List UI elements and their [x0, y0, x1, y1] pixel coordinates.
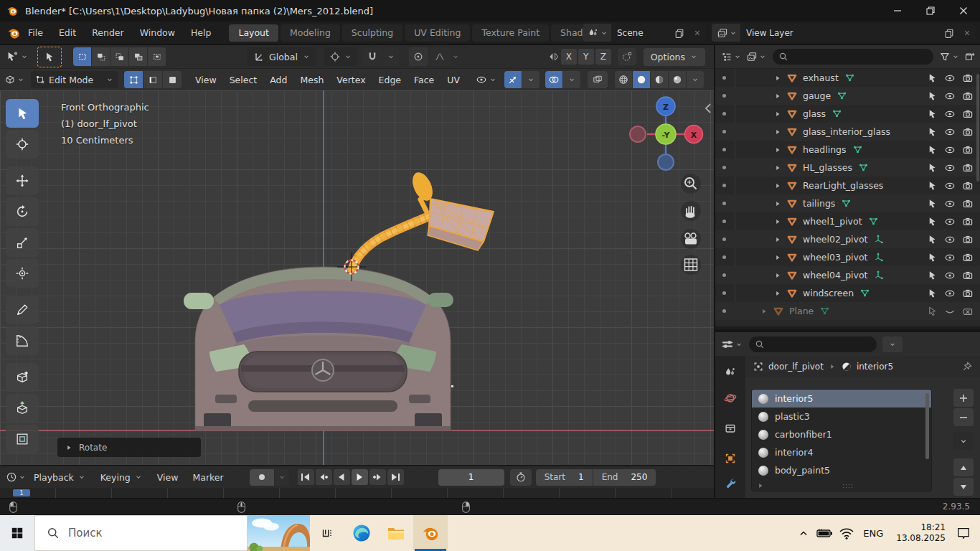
- outliner-scrollbar[interactable]: [976, 74, 979, 182]
- hide-render-icon[interactable]: [962, 90, 974, 102]
- wireframe-shading-button[interactable]: [615, 71, 632, 88]
- selectable-off-icon[interactable]: [927, 306, 938, 316]
- blender-taskbar-icon[interactable]: [413, 515, 448, 551]
- action-center-icon[interactable]: [953, 526, 974, 540]
- hide-render-icon[interactable]: [962, 252, 974, 263]
- hide-viewport-icon[interactable]: [944, 90, 956, 102]
- menu-mesh[interactable]: Mesh: [293, 75, 330, 85]
- solid-shading-button[interactable]: [633, 71, 650, 88]
- material-slot[interactable]: interior4: [752, 443, 931, 461]
- pivot-point-dropdown[interactable]: [324, 47, 357, 66]
- object-name[interactable]: glass: [803, 108, 826, 119]
- selectable-icon[interactable]: [927, 216, 938, 227]
- tool-measure[interactable]: [6, 326, 39, 355]
- select-extend-button[interactable]: [92, 47, 110, 66]
- tool-inset[interactable]: [6, 425, 39, 453]
- object-name[interactable]: Plane: [789, 306, 814, 316]
- weather-widget[interactable]: [248, 515, 310, 551]
- mode-dropdown[interactable]: Edit Mode: [31, 71, 118, 88]
- menu-face[interactable]: Face: [407, 75, 440, 85]
- edge-browser-icon[interactable]: [344, 515, 379, 551]
- material-slot[interactable]: interior5: [752, 390, 931, 408]
- sidebar-collapse-icon[interactable]: [706, 104, 710, 113]
- selectable-icon[interactable]: [927, 90, 938, 101]
- pan-button[interactable]: [681, 201, 701, 221]
- disclosure-triangle-icon[interactable]: [773, 110, 782, 118]
- resize-grip[interactable]: ::::: [842, 482, 854, 489]
- menu-view[interactable]: View: [150, 472, 186, 483]
- hide-render-icon[interactable]: [962, 198, 974, 209]
- selectable-icon[interactable]: [927, 126, 938, 137]
- blender-menu-icon[interactable]: [7, 27, 20, 39]
- show-overlays-button[interactable]: [545, 71, 562, 88]
- hide-viewport-icon[interactable]: [944, 126, 956, 138]
- object-name[interactable]: glass_interior_glass: [803, 126, 890, 137]
- operator-panel[interactable]: Rotate: [57, 438, 201, 457]
- mirror-x-button[interactable]: X: [561, 49, 577, 65]
- disclosure-triangle-icon[interactable]: [760, 307, 768, 316]
- tab-sculpting[interactable]: Sculpting: [342, 24, 402, 42]
- menu-keying[interactable]: Keying: [93, 472, 150, 483]
- battery-icon[interactable]: [814, 528, 836, 538]
- outliner-row[interactable]: Plane: [715, 302, 980, 320]
- tool-extrude[interactable]: [6, 394, 39, 423]
- gizmo-settings-dropdown[interactable]: [522, 71, 540, 88]
- restore-button[interactable]: [914, 0, 947, 22]
- vertex-mode-button[interactable]: [124, 71, 143, 88]
- active-tool-dropdown[interactable]: [6, 50, 29, 63]
- visibility-dropdown[interactable]: [476, 74, 497, 85]
- disclosure-triangle-icon[interactable]: [773, 146, 782, 154]
- object-name[interactable]: wheel03_pivot: [803, 252, 868, 263]
- outliner-row[interactable]: headlings: [715, 141, 980, 159]
- material-slot[interactable]: body_paint5: [752, 461, 931, 479]
- viewport-canvas[interactable]: Z X -Y: [0, 90, 714, 465]
- move-slot-up-button[interactable]: [953, 458, 974, 476]
- menu-vertex[interactable]: Vertex: [330, 75, 372, 85]
- snap-toggle-button[interactable]: [363, 47, 382, 66]
- disclosure-triangle-icon[interactable]: [773, 289, 782, 298]
- start-button[interactable]: [0, 515, 34, 551]
- disabled-render-icon[interactable]: [962, 306, 974, 317]
- overlays-settings-dropdown[interactable]: [563, 71, 580, 88]
- pin-icon[interactable]: [961, 361, 973, 372]
- selectable-icon[interactable]: [927, 270, 938, 281]
- hide-render-icon[interactable]: [962, 180, 974, 192]
- car-model[interactable]: [184, 267, 453, 430]
- hide-render-icon[interactable]: [962, 216, 974, 227]
- edge-mode-button[interactable]: [143, 71, 162, 88]
- properties-search[interactable]: [749, 336, 877, 352]
- outliner-row[interactable]: HL_glasses: [715, 159, 980, 176]
- menu-edge[interactable]: Edge: [372, 75, 407, 85]
- disclosure-triangle-icon[interactable]: [773, 74, 782, 83]
- selectable-icon[interactable]: [927, 234, 938, 245]
- language-indicator[interactable]: ENG: [857, 528, 889, 539]
- menu-select[interactable]: Select: [223, 75, 264, 85]
- select-new-button[interactable]: [73, 47, 91, 66]
- hide-viewport-icon[interactable]: [944, 198, 956, 209]
- hide-render-icon[interactable]: [962, 126, 974, 138]
- mirror-y-button[interactable]: Y: [578, 49, 594, 65]
- disclosure-triangle-icon[interactable]: [773, 253, 782, 262]
- timeline-scrubber[interactable]: 1: [0, 488, 714, 498]
- new-view-layer-button[interactable]: [940, 24, 958, 42]
- object-name[interactable]: gauge: [803, 90, 831, 101]
- breadcrumb-material[interactable]: interior5: [857, 362, 893, 372]
- play-button[interactable]: [352, 469, 368, 485]
- select-subtract-button[interactable]: [110, 47, 128, 66]
- hide-render-icon[interactable]: [962, 288, 974, 299]
- tab-modifiers[interactable]: [715, 472, 745, 494]
- scene-selector[interactable]: Scene: [583, 24, 706, 42]
- snap-individual-button[interactable]: [618, 48, 636, 65]
- jump-to-end-button[interactable]: [387, 469, 404, 485]
- file-explorer-icon[interactable]: [379, 515, 413, 551]
- hide-viewport-icon[interactable]: [944, 144, 956, 156]
- tab-uv-editing[interactable]: UV Editing: [405, 24, 470, 42]
- selectable-icon[interactable]: [927, 108, 938, 119]
- hide-viewport-icon[interactable]: [944, 108, 956, 120]
- add-slot-button[interactable]: [953, 389, 974, 407]
- material-slot[interactable]: plastic3: [752, 408, 931, 425]
- tool-annotate[interactable]: [6, 296, 39, 324]
- outliner-search[interactable]: [773, 49, 933, 65]
- menu-file[interactable]: File: [20, 27, 51, 38]
- tab-output[interactable]: [715, 418, 745, 439]
